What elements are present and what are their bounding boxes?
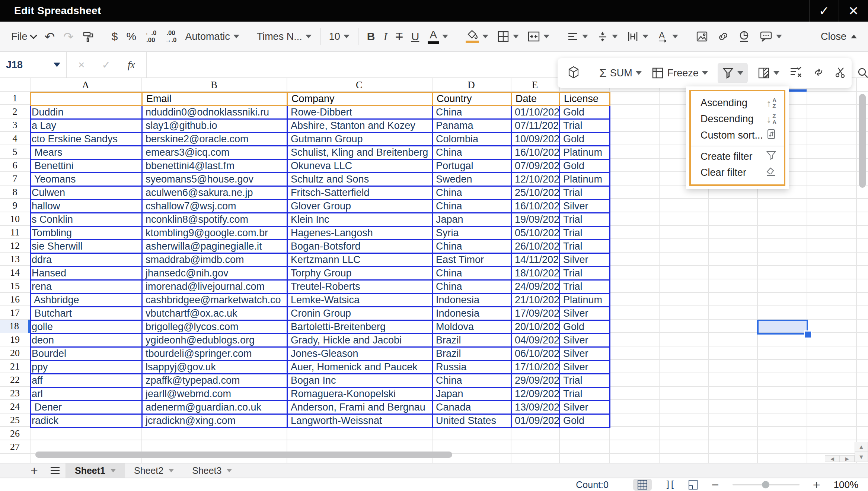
table-cell[interactable]: Silver	[559, 306, 610, 321]
table-cell[interactable]: Tombling	[30, 226, 143, 240]
table-cell[interactable]: Fritsch-Satterfield	[287, 186, 433, 200]
table-cell[interactable]: Hansed	[30, 266, 143, 281]
table-cell[interactable]: Trial	[559, 266, 610, 281]
table-cell[interactable]: Bogan-Botsford	[287, 239, 433, 254]
row-header[interactable]: 8	[0, 186, 30, 199]
merge-cells-button[interactable]	[527, 31, 549, 42]
data-validation-button[interactable]	[789, 66, 802, 80]
row-header[interactable]: 11	[0, 226, 30, 239]
table-cell[interactable]: ddra	[30, 253, 143, 267]
row-height-button[interactable]	[626, 31, 648, 42]
table-cell[interactable]: cshallow7@wsj.com	[141, 199, 288, 213]
underline-button[interactable]: U	[411, 31, 419, 42]
table-cell[interactable]: 17/09/202	[511, 306, 560, 321]
row-header[interactable]: 4	[0, 132, 30, 145]
table-cell[interactable]: China	[432, 373, 512, 388]
table-cell[interactable]: East Timor	[432, 253, 512, 267]
scroll-left-button[interactable]: ◀	[825, 455, 840, 462]
table-cell[interactable]: China	[432, 266, 512, 281]
table-cell[interactable]: Platinum	[559, 172, 610, 187]
table-cell[interactable]: Gold	[559, 414, 610, 428]
table-cell[interactable]: Trial	[559, 239, 610, 254]
table-cell[interactable]: Panama	[432, 118, 512, 133]
table-cell[interactable]: 21/10/202	[511, 293, 560, 307]
table-cell[interactable]: golle	[30, 320, 143, 334]
table-cell[interactable]: Torphy Group	[287, 266, 433, 281]
table-cell[interactable]: nconklin8@spotify.com	[141, 212, 288, 227]
swap-arrows-button[interactable]	[812, 66, 825, 80]
table-cell[interactable]: Bartoletti-Breitenberg	[287, 320, 433, 334]
table-cell[interactable]: Rowe-Dibbert	[287, 105, 433, 120]
table-cell[interactable]: Dener	[30, 400, 143, 415]
table-cell[interactable]: nduddin0@odnoklassniki.ru	[141, 105, 288, 120]
column-header[interactable]: A	[30, 78, 141, 92]
name-box[interactable]: J18	[0, 52, 67, 77]
cut-button[interactable]	[835, 66, 847, 80]
close-window-button[interactable]: ✕	[839, 0, 868, 22]
row-header[interactable]: 26	[0, 427, 30, 440]
table-cell[interactable]: Canada	[432, 400, 512, 415]
sheet-tab-sheet2[interactable]: Sheet2	[125, 463, 183, 478]
filter-button[interactable]	[718, 63, 748, 83]
table-cell[interactable]: China	[432, 186, 512, 200]
table-cell[interactable]: 13/09/202	[511, 400, 560, 415]
table-cell[interactable]: 01/09/202	[511, 414, 560, 428]
row-header[interactable]: 22	[0, 373, 30, 387]
grid-view-button[interactable]	[633, 479, 652, 491]
sheet-list-button[interactable]	[45, 463, 66, 478]
table-cell[interactable]: Mears	[30, 145, 143, 160]
table-cell[interactable]: Romaguera-Konopelski	[287, 387, 433, 401]
table-cell[interactable]: brigolleg@lycos.com	[141, 320, 288, 334]
table-cell[interactable]: Silver	[559, 346, 610, 361]
row-header[interactable]: 2	[0, 105, 30, 118]
row-header[interactable]: 16	[0, 293, 30, 306]
table-cell[interactable]: Trial	[559, 279, 610, 294]
table-cell[interactable]: Russia	[432, 360, 512, 374]
table-cell[interactable]: arl	[30, 387, 143, 401]
sheet-tab-sheet1[interactable]: Sheet1	[66, 463, 125, 478]
table-cell[interactable]: Gold	[559, 320, 610, 334]
table-cell[interactable]: emears3@icq.com	[141, 145, 288, 160]
font-size-dropdown[interactable]: 10	[329, 31, 350, 42]
table-cell[interactable]: Lemke-Watsica	[287, 293, 433, 307]
scroll-down-button[interactable]: ▼	[855, 452, 868, 462]
table-cell[interactable]: Butchart	[30, 306, 143, 321]
scroll-right-button[interactable]: ▶	[840, 455, 855, 462]
table-cell[interactable]: Bogan Inc	[287, 373, 433, 388]
table-cell[interactable]: 25/10/202	[511, 186, 560, 200]
table-cell[interactable]: radick	[30, 414, 143, 428]
table-cell[interactable]: vbutchartf@ox.ac.uk	[141, 306, 288, 321]
freeze-button[interactable]: Freeze	[651, 67, 708, 79]
percent-format-button[interactable]: %	[127, 31, 137, 42]
cancel-entry-icon[interactable]: ×	[78, 58, 85, 71]
row-header[interactable]: 23	[0, 387, 30, 400]
table-header-cell[interactable]	[30, 92, 143, 106]
table-cell[interactable]: jcradickn@xing.com	[141, 414, 288, 428]
increase-decimal-button[interactable]: ←.0.00	[145, 30, 156, 43]
table-cell[interactable]: Silver	[559, 400, 610, 415]
table-cell[interactable]: Syria	[432, 226, 512, 240]
row-header[interactable]: 15	[0, 279, 30, 293]
cell-style-button[interactable]	[567, 66, 580, 80]
row-header[interactable]: 19	[0, 333, 30, 346]
horizontal-scrollbar[interactable]	[35, 452, 452, 458]
table-cell[interactable]: Gold	[559, 132, 610, 146]
table-cell[interactable]: adenerm@guardian.co.uk	[141, 400, 288, 415]
insert-chart-button[interactable]	[738, 30, 751, 43]
table-cell[interactable]: Indonesia	[432, 293, 512, 307]
file-menu-button[interactable]: File	[11, 31, 36, 42]
fill-color-button[interactable]	[466, 30, 488, 43]
table-cell[interactable]: 10/09/202	[511, 132, 560, 146]
table-cell[interactable]: 16/10/202	[511, 145, 560, 160]
pattern-fill-button[interactable]	[757, 67, 779, 79]
table-cell[interactable]: jearll@webmd.com	[141, 387, 288, 401]
table-cell[interactable]: 12/10/202	[511, 172, 560, 187]
table-cell[interactable]: Grady, Hickle and Jacobi	[287, 333, 433, 348]
table-cell[interactable]: Jones-Gleason	[287, 346, 433, 361]
table-cell[interactable]: rena	[30, 279, 143, 294]
table-cell[interactable]: Silver	[559, 253, 610, 267]
table-cell[interactable]: 19/09/202	[511, 212, 560, 227]
table-cell[interactable]: Platinum	[559, 293, 610, 307]
currency-format-button[interactable]: $	[112, 31, 118, 42]
table-cell[interactable]: jhansedc@nih.gov	[141, 266, 288, 281]
